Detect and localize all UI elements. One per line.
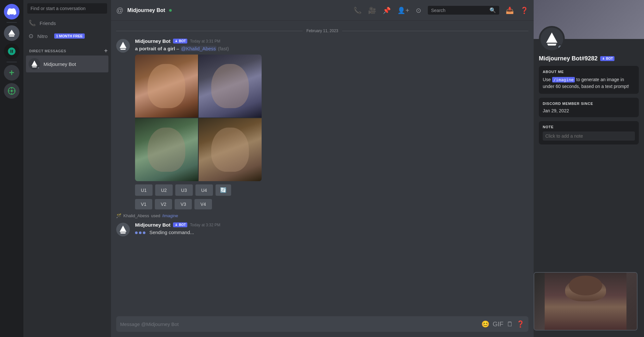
sidebar-item-friends[interactable]: 📞 Friends <box>26 17 108 29</box>
avatar-status <box>37 67 40 70</box>
imagine-command-highlight: /imagine <box>552 77 575 82</box>
bot-badge-1: BOT <box>173 39 187 44</box>
u4-button[interactable]: U4 <box>195 184 213 196</box>
portrait-image-1[interactable] <box>135 55 198 118</box>
call-icon[interactable]: 📞 <box>353 6 362 14</box>
msg-avatar-midjourney-1 <box>116 39 130 53</box>
profile-avatar-status <box>557 44 563 50</box>
portrait-image-4[interactable] <box>199 118 262 181</box>
icon-bar-divider-2 <box>6 62 17 62</box>
profile-username-line: Midjourney Bot#9282 BOT <box>539 55 639 62</box>
chat-input-area: 😊 GIF 🗒 ❓ <box>111 316 534 337</box>
msg-timestamp-2: Today at 3:32 PM <box>190 223 220 227</box>
video-icon[interactable]: 🎥 <box>368 6 376 14</box>
v2-button[interactable]: V2 <box>155 199 172 209</box>
msg-body-2: Midjourney Bot BOT Today at 3:32 PM Send… <box>135 222 528 236</box>
add-server-button[interactable]: + <box>4 65 19 81</box>
pin-icon[interactable]: 📌 <box>383 6 391 14</box>
at-icon: @ <box>116 6 123 15</box>
channel-name: Midjourney Bot <box>127 7 165 13</box>
video-content <box>534 273 637 330</box>
msg-timestamp-1: Today at 3:31 PM <box>190 39 220 44</box>
msg-username-1: Midjourney Bot <box>135 38 170 44</box>
used-command-notice: 🪄 Khalid_Abess used /imagine <box>111 212 534 219</box>
header-actions: 📞 🎥 📌 👤+ ⊙ 🔍 📥 ❓ <box>353 6 528 15</box>
icon-bar-divider <box>6 22 17 23</box>
add-dm-button[interactable]: + <box>104 47 108 54</box>
dm-item-midjourney[interactable]: Midjourney Bot <box>26 56 108 72</box>
server-icon-sailboat[interactable] <box>4 25 19 41</box>
profile-icon[interactable]: ⊙ <box>416 6 421 14</box>
profile-username: Midjourney Bot#9282 <box>539 55 598 62</box>
chat-message-input[interactable] <box>120 321 478 327</box>
bot-badge-2: BOT <box>173 222 187 227</box>
emoji-icon[interactable]: 😊 <box>481 320 489 328</box>
explore-servers-button[interactable] <box>4 83 19 99</box>
dm-item-name: Midjourney Bot <box>43 61 76 67</box>
msg-header-1: Midjourney Bot BOT Today at 3:31 PM <box>135 38 528 44</box>
note-section: NOTE <box>539 121 639 144</box>
loading-dot-3 <box>143 231 145 234</box>
mention-khalid: @Khalid_Abess <box>180 46 217 51</box>
upscale-buttons: U1 U2 U3 U4 🔄 <box>135 184 528 196</box>
portrait-image-3[interactable] <box>135 118 198 181</box>
command-link[interactable]: /imagine <box>162 213 178 218</box>
profile-bot-badge: BOT <box>600 56 614 61</box>
msg-text-1: a portrait of a girl – @Khalid_Abess (fa… <box>135 45 528 52</box>
date-divider: February 11, 2023 <box>111 26 534 36</box>
sidebar-nav: 📞 Friends ⊙ Nitro 1 MONTH FREE <box>23 17 111 42</box>
video-person <box>545 273 627 330</box>
online-status-dot <box>169 9 172 12</box>
member-since-section: DISCORD MEMBER SINCE Jan 29, 2022 <box>539 98 639 117</box>
help-icon[interactable]: ❓ <box>520 6 528 14</box>
gif-icon[interactable]: GIF <box>493 320 503 328</box>
nitro-badge: 1 MONTH FREE <box>54 33 85 39</box>
discord-logo-icon[interactable] <box>4 4 19 19</box>
friends-icon: 📞 <box>29 19 36 27</box>
direct-messages-header: DIRECT MESSAGES + <box>23 42 111 56</box>
msg-header-2: Midjourney Bot BOT Today at 3:32 PM <box>135 222 528 228</box>
used-by-name: Khalid_Abess <box>123 213 149 218</box>
about-me-text: Use /imagine to generate an image in und… <box>543 76 635 90</box>
refresh-button[interactable]: 🔄 <box>216 184 231 196</box>
chat-input-box: 😊 GIF 🗒 ❓ <box>116 316 528 332</box>
chat-header: @ Midjourney Bot 📞 🎥 📌 👤+ ⊙ 🔍 📥 ❓ <box>111 0 534 21</box>
loading-dot-2 <box>139 231 142 234</box>
dm-sidebar: Find or start a conversation 📞 Friends ⊙… <box>23 0 111 337</box>
wand-icon: 🪄 <box>116 213 121 218</box>
chat-search-input[interactable] <box>431 8 487 13</box>
video-overlay[interactable] <box>534 272 638 331</box>
about-me-section: ABOUT ME Use /imagine to generate an ima… <box>539 66 639 94</box>
member-since-date: Jan 29, 2022 <box>543 108 635 113</box>
u2-button[interactable]: U2 <box>155 184 173 196</box>
profile-info: Midjourney Bot#9282 BOT ABOUT ME Use /im… <box>534 39 644 154</box>
msg-avatar-midjourney-2 <box>116 223 130 236</box>
variation-buttons: V1 V2 V3 V4 <box>135 199 528 209</box>
portrait-image-2[interactable] <box>199 55 262 118</box>
note-input[interactable] <box>543 131 635 141</box>
add-friend-icon[interactable]: 👤+ <box>397 6 409 14</box>
u3-button[interactable]: U3 <box>175 184 193 196</box>
sticker-icon[interactable]: 🗒 <box>507 320 513 328</box>
midjourney-avatar <box>29 58 40 70</box>
inbox-icon[interactable]: 📥 <box>506 6 514 14</box>
message-2: Midjourney Bot BOT Today at 3:32 PM Send… <box>111 221 534 238</box>
server-icon-ai[interactable] <box>4 44 19 59</box>
ai-image-grid <box>135 55 262 181</box>
v4-button[interactable]: V4 <box>194 199 212 209</box>
sidebar-item-nitro[interactable]: ⊙ Nitro 1 MONTH FREE <box>26 30 108 42</box>
msg-username-2: Midjourney Bot <box>135 222 170 228</box>
main-content: @ Midjourney Bot 📞 🎥 📌 👤+ ⊙ 🔍 📥 ❓ Februa… <box>111 0 534 337</box>
find-conversation-input[interactable]: Find or start a conversation <box>27 3 107 14</box>
u1-button[interactable]: U1 <box>135 184 153 196</box>
member-since-title: DISCORD MEMBER SINCE <box>543 102 635 106</box>
help-input-icon[interactable]: ❓ <box>516 320 525 328</box>
v1-button[interactable]: V1 <box>135 199 152 209</box>
search-icon: 🔍 <box>489 7 496 13</box>
note-title: NOTE <box>543 125 635 129</box>
loading-dot-1 <box>135 231 138 234</box>
v3-button[interactable]: V3 <box>175 199 192 209</box>
msg-body-1: Midjourney Bot BOT Today at 3:31 PM a po… <box>135 38 528 209</box>
chat-search-box[interactable]: 🔍 <box>428 6 499 15</box>
chat-messages: February 11, 2023 Midjourney Bot BOT Tod… <box>111 21 534 316</box>
